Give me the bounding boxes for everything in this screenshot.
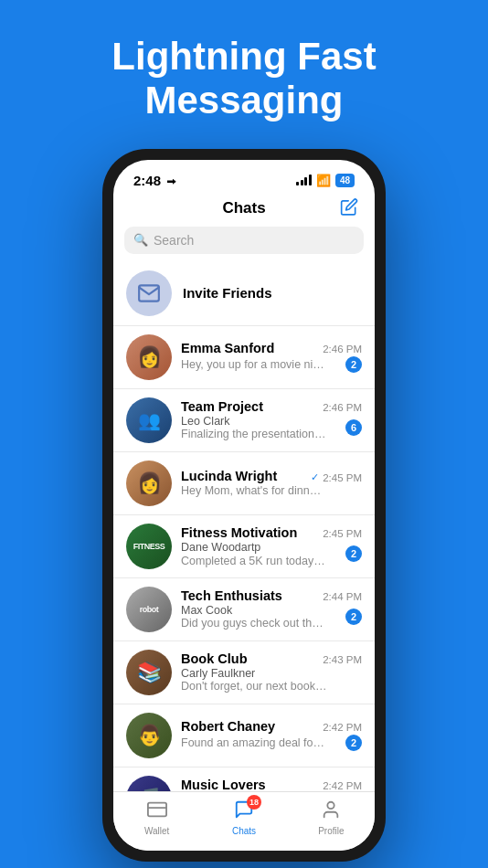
read-check-icon: ✓ xyxy=(311,471,319,483)
tab-profile[interactable]: Profile xyxy=(303,799,358,836)
wifi-icon: 📶 xyxy=(316,174,331,187)
status-bar: 2:48 ⮕ 📶 48 xyxy=(113,160,375,194)
tab-chats[interactable]: 18 Chats xyxy=(217,799,271,836)
profile-icon xyxy=(321,799,341,824)
chat-preview: Completed a 5K run today! 🎉 Who's j... xyxy=(181,554,327,567)
avatar: 👨 xyxy=(126,713,172,758)
unread-badge: 2 xyxy=(345,545,362,562)
list-item[interactable]: 👩 Lucinda Wright ✓ 2:45 PM Hey Mom, what… xyxy=(113,452,375,515)
chat-sender: Carly Faulkner xyxy=(181,667,362,680)
phone-screen: 2:48 ⮕ 📶 48 Chats xyxy=(113,160,375,851)
wallet-icon xyxy=(147,799,167,824)
list-item[interactable]: 📚 Book Club 2:43 PM Carly Faulkner Don't… xyxy=(113,641,375,704)
chat-name: Tech Enthusiats xyxy=(181,588,282,603)
chat-preview: Hey, you up for a movie night this weeke… xyxy=(181,358,327,371)
chat-time: 2:43 PM xyxy=(323,654,362,665)
battery-badge: 48 xyxy=(335,174,355,187)
tab-profile-label: Profile xyxy=(318,826,344,836)
list-item[interactable]: 🎵 Music Lovers 2:42 PM Amy Wright Discov… xyxy=(113,767,375,791)
invite-item[interactable]: Invite Friends xyxy=(113,261,375,326)
list-item[interactable]: fitness Fitness Motivation 2:45 PM Dane … xyxy=(113,515,375,578)
chat-sender: Dane Woodartp xyxy=(181,541,345,554)
list-item[interactable]: 👥 Team Project 2:46 PM Leo Clark Finaliz… xyxy=(113,389,375,452)
chat-content: Music Lovers 2:42 PM Amy Wright Discover… xyxy=(181,778,362,791)
compose-button[interactable] xyxy=(340,197,358,220)
chat-sender: Max Cook xyxy=(181,604,345,617)
chat-preview: Did you guys check out the latest iPho..… xyxy=(181,617,327,630)
app-header: Chats xyxy=(113,194,375,225)
chat-name: Lucinda Wright xyxy=(181,469,277,483)
unread-badge: 2 xyxy=(345,735,362,751)
chat-name: Book Club xyxy=(181,651,248,666)
chat-time: 2:45 PM xyxy=(323,528,362,539)
list-item[interactable]: 👩 Emma Sanford 2:46 PM Hey, you up for a… xyxy=(113,326,375,389)
chat-content: Tech Enthusiats 2:44 PM Max Cook Did you… xyxy=(181,588,362,630)
chat-preview: Hey Mom, what's for dinner tonight? xyxy=(181,484,327,497)
tab-wallet[interactable]: Wallet xyxy=(130,799,185,836)
avatar: fitness xyxy=(126,524,172,569)
chat-name: Emma Sanford xyxy=(181,341,274,355)
chat-content: Robert Chaney 2:42 PM Found an amazing d… xyxy=(181,719,362,751)
avatar: 👥 xyxy=(126,397,172,443)
chats-badge: 18 xyxy=(247,795,261,810)
status-time: 2:48 ⮕ xyxy=(133,173,176,188)
chat-name: Music Lovers xyxy=(181,778,266,791)
search-icon: 🔍 xyxy=(133,233,148,247)
chat-preview: Found an amazing deal for flights to Bal… xyxy=(181,736,327,749)
chat-content: Fitness Motivation 2:45 PM Dane Woodartp… xyxy=(181,525,362,567)
unread-badge: 2 xyxy=(345,609,362,625)
chat-content: Team Project 2:46 PM Leo Clark Finalizin… xyxy=(181,399,362,440)
chat-time: 2:46 PM xyxy=(323,402,362,413)
search-bar[interactable]: 🔍 Search xyxy=(124,227,364,254)
avatar: 🎵 xyxy=(126,776,172,791)
svg-point-2 xyxy=(328,801,334,808)
status-icons: 📶 48 xyxy=(296,174,355,187)
chat-time: 2:42 PM xyxy=(323,780,362,791)
list-item[interactable]: robot Tech Enthusiats 2:44 PM Max Cook D… xyxy=(113,578,375,641)
avatar: 👩 xyxy=(126,334,172,380)
list-item[interactable]: 👨 Robert Chaney 2:42 PM Found an amazing… xyxy=(113,704,375,767)
phone-shell: 2:48 ⮕ 📶 48 Chats xyxy=(102,149,386,862)
chat-preview: Don't forget, our next book is 'The Grea… xyxy=(181,680,327,693)
chat-content: Book Club 2:43 PM Carly Faulkner Don't f… xyxy=(181,651,362,693)
avatar: 📚 xyxy=(126,650,172,695)
chat-list: Invite Friends 👩 Emma Sanford 2:46 PM He… xyxy=(113,261,375,791)
tab-bar: Wallet 18 Chats xyxy=(113,791,375,851)
unread-badge: 6 xyxy=(345,419,362,436)
chat-time: 2:46 PM xyxy=(323,344,362,355)
hero-title: Lightning Fast Messaging xyxy=(111,35,376,123)
unread-badge: 2 xyxy=(345,356,362,373)
chat-name: Team Project xyxy=(181,399,263,414)
chat-name: Robert Chaney xyxy=(181,719,275,734)
robot-avatar-text: robot xyxy=(140,605,159,614)
invite-avatar xyxy=(126,270,172,316)
chat-time: 2:44 PM xyxy=(323,591,362,602)
chat-time: 2:45 PM xyxy=(323,472,362,483)
signal-icon xyxy=(296,175,312,185)
chat-preview: Finalizing the presentation slides for M… xyxy=(181,428,327,440)
chat-content: Emma Sanford 2:46 PM Hey, you up for a m… xyxy=(181,341,362,373)
fitness-avatar-text: fitness xyxy=(133,542,165,551)
avatar: 👩 xyxy=(126,460,172,506)
avatar: robot xyxy=(126,587,172,632)
tab-chats-label: Chats xyxy=(232,826,256,836)
svg-rect-0 xyxy=(148,802,166,816)
invite-label: Invite Friends xyxy=(183,285,272,301)
search-input[interactable]: Search xyxy=(154,233,194,248)
chat-content: Lucinda Wright ✓ 2:45 PM Hey Mom, what's… xyxy=(181,469,362,497)
chat-name: Fitness Motivation xyxy=(181,525,297,540)
tab-wallet-label: Wallet xyxy=(144,826,169,836)
page-title: Chats xyxy=(222,199,265,217)
tab-chats-icon-wrap: 18 xyxy=(234,799,254,824)
chat-time: 2:42 PM xyxy=(323,722,362,733)
chat-sender: Leo Clark xyxy=(181,415,345,428)
